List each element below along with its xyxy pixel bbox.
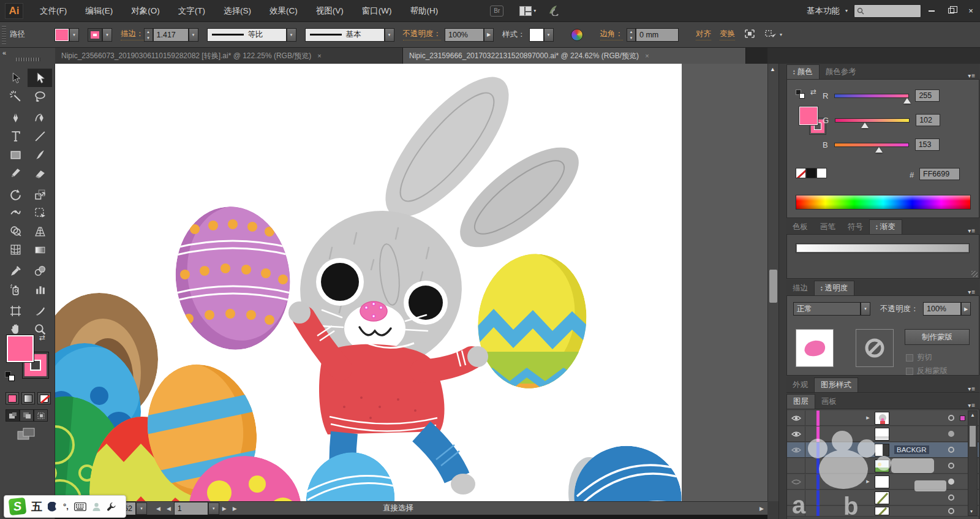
selection-tool[interactable] — [3, 69, 28, 87]
color-button[interactable] — [6, 392, 19, 404]
tab-layers[interactable]: 图层 — [786, 394, 815, 409]
chevron-down-icon[interactable]: ▾ — [533, 8, 536, 13]
brush-definition-select[interactable]: 基本 — [305, 28, 385, 42]
tab-artboards[interactable]: 画板 — [815, 394, 843, 409]
direct-selection-tool[interactable] — [28, 69, 52, 87]
transparency-opacity-field[interactable]: 100% — [923, 302, 961, 316]
hex-field[interactable]: FF6699 — [919, 168, 960, 180]
scroll-up-icon[interactable]: ▲ — [770, 66, 775, 72]
layer-row[interactable]: ▶ — [787, 474, 979, 490]
layer-row[interactable]: ▶ — [787, 411, 979, 426]
panel-menu-icon[interactable]: ▾≡ — [968, 289, 979, 295]
opacity-dropdown[interactable]: ▶ — [484, 28, 494, 42]
invert-mask-checkbox[interactable]: 反相蒙版 — [906, 366, 948, 376]
paintbrush-tool[interactable] — [28, 145, 52, 164]
zoom-dropdown[interactable]: ▾ — [136, 502, 147, 515]
free-transform-tool[interactable] — [28, 203, 52, 222]
tab-brushes[interactable]: 画笔 — [814, 219, 842, 234]
stroke-color-swatch[interactable] — [88, 28, 102, 42]
blend-tool[interactable] — [28, 262, 52, 280]
tab-color-guide[interactable]: 颜色参考 — [820, 64, 862, 79]
document-tab-2[interactable]: Nipic_23159666_20170322131520897000.ai* … — [403, 48, 746, 64]
visibility-eye-icon[interactable] — [787, 474, 805, 490]
draw-behind-mode[interactable] — [20, 409, 34, 422]
target-circle[interactable] — [948, 415, 954, 421]
eraser-tool[interactable] — [28, 164, 52, 182]
target-circle[interactable] — [948, 479, 954, 485]
menu-edit[interactable]: 编辑(E) — [76, 0, 122, 22]
width-profile-select[interactable]: 等比 — [207, 28, 287, 42]
tab-graphic-styles[interactable]: 图形样式 — [814, 377, 858, 392]
stroke-weight-stepper[interactable]: ▲▼ — [144, 28, 153, 42]
brush-definition-dropdown[interactable]: ▾ — [385, 28, 394, 42]
perspective-grid-tool[interactable] — [28, 222, 52, 240]
draw-normal-mode[interactable] — [6, 409, 20, 422]
artboard-dropdown[interactable]: ▾ — [208, 502, 219, 515]
layers-scrollbar[interactable]: ▲ ▾ — [968, 411, 978, 516]
expand-icon[interactable]: ▶ — [864, 415, 872, 420]
last-artboard-icon[interactable]: ▶ — [230, 506, 240, 512]
make-mask-button[interactable]: 制作蒙版 — [905, 329, 970, 345]
arrange-documents-icon[interactable] — [519, 6, 532, 16]
transform-link[interactable]: 变换 — [720, 29, 735, 40]
magic-wand-tool[interactable] — [3, 87, 28, 105]
scrollbar-thumb[interactable] — [970, 426, 976, 447]
white-swatch[interactable] — [816, 168, 827, 178]
ime-mode-label[interactable]: 五 — [31, 499, 42, 514]
target-circle[interactable] — [948, 431, 954, 437]
tab-appearance[interactable]: 外观 — [786, 377, 814, 392]
panel-menu-icon[interactable]: ▾≡ — [968, 227, 979, 234]
fill-proxy[interactable] — [799, 107, 818, 125]
stroke-weight-dropdown[interactable]: ▾ — [189, 28, 198, 42]
menu-select[interactable]: 选择(S) — [214, 0, 260, 22]
draw-inside-mode[interactable] — [34, 409, 48, 422]
r-value-field[interactable]: 255 — [915, 89, 940, 102]
symbol-sprayer-tool[interactable] — [3, 280, 28, 298]
type-tool[interactable] — [3, 127, 28, 145]
ime-toolbar[interactable]: S 五 °, — [4, 495, 126, 518]
mesh-tool[interactable] — [3, 240, 28, 259]
swap-fill-stroke-icon[interactable]: ⇄ — [810, 88, 816, 96]
toolbar-grip[interactable] — [16, 58, 40, 61]
layer-row[interactable] — [787, 458, 979, 474]
gradient-tool[interactable] — [28, 240, 52, 259]
mask-thumbnail[interactable] — [856, 329, 894, 367]
lasso-tool[interactable] — [28, 87, 52, 105]
close-button[interactable]: × — [962, 4, 980, 18]
visibility-eye-icon[interactable] — [787, 426, 805, 442]
moon-icon[interactable] — [48, 502, 58, 512]
rotate-tool[interactable] — [3, 185, 28, 203]
stroke-weight-field[interactable]: 1.417 — [153, 28, 189, 42]
tab-symbols[interactable]: 符号 — [842, 219, 869, 234]
mini-default-swatches[interactable] — [796, 89, 805, 99]
selected-nose-path[interactable] — [360, 301, 387, 321]
none-button[interactable] — [37, 392, 51, 404]
menu-file[interactable]: 文件(F) — [31, 0, 76, 22]
layer-row[interactable] — [787, 426, 979, 442]
user-icon[interactable] — [92, 502, 101, 512]
stroke-weight-label[interactable]: 描边： — [121, 29, 144, 40]
artboard-number-field[interactable]: 1 — [174, 502, 208, 515]
target-circle[interactable] — [948, 494, 954, 501]
color-spectrum-bar[interactable] — [796, 195, 971, 210]
select-similar-icon[interactable] — [764, 28, 778, 41]
expand-icon[interactable]: ▶ — [864, 479, 872, 484]
corner-label[interactable]: 边角： — [600, 29, 624, 40]
fill-color-swatch[interactable] — [55, 28, 69, 42]
chevron-down-icon[interactable]: ▾ — [780, 32, 782, 37]
recolor-artwork-icon[interactable] — [571, 29, 583, 41]
panel-menu-icon[interactable]: ▾≡ — [968, 402, 979, 409]
default-fill-stroke-icon[interactable] — [5, 371, 15, 381]
object-thumbnail[interactable] — [796, 329, 834, 367]
scroll-down-icon[interactable]: ▾ — [970, 509, 973, 514]
target-circle[interactable] — [948, 463, 954, 469]
scale-tool[interactable] — [28, 185, 52, 203]
clip-checkbox[interactable]: 剪切 — [906, 352, 932, 363]
punctuation-toggle[interactable]: °, — [63, 502, 69, 511]
panel-resize-grip[interactable] — [971, 271, 978, 277]
align-link[interactable]: 对齐 — [696, 29, 711, 40]
prev-artboard-icon[interactable]: ◀ — [164, 506, 174, 512]
isolate-selection-icon[interactable] — [744, 28, 756, 41]
g-slider[interactable] — [835, 118, 910, 123]
b-value-field[interactable]: 153 — [915, 138, 940, 151]
